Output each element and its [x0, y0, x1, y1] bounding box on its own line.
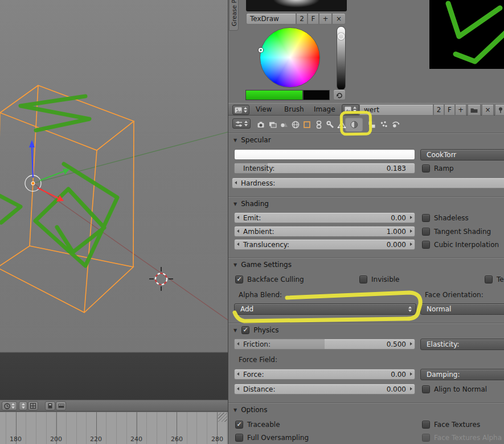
- shadeless-checkbox[interactable]: Shadeless: [422, 213, 469, 222]
- checkbox-label: Backface Culling: [247, 276, 304, 283]
- stepper-right-icon[interactable]: [410, 242, 412, 246]
- panel-header-shading[interactable]: ▼ Shading: [228, 196, 504, 211]
- tab-constraints[interactable]: [314, 120, 324, 130]
- ambient-field[interactable]: Ambient: 1.000: [234, 226, 415, 237]
- panel-header-game-settings[interactable]: ▼ Game Settings: [228, 257, 504, 272]
- menu-brush[interactable]: Brush: [284, 104, 304, 115]
- timeline-ruler[interactable]: 180 200 220 240 260 280: [0, 412, 228, 444]
- full-oversampling-checkbox[interactable]: Full Oversampling: [235, 433, 309, 442]
- invisible-checkbox[interactable]: Invisible: [359, 275, 400, 283]
- image-open-button[interactable]: [468, 104, 481, 116]
- checkbox-label: Shadeless: [434, 214, 469, 222]
- checkbox-box: ✓: [235, 276, 243, 283]
- blender-window: 180 200 220 240 260 280 Grease Pe TexDra…: [0, 0, 504, 444]
- viewport-scene: [0, 0, 228, 400]
- panel-header-options[interactable]: ▼ Options: [228, 402, 504, 417]
- traceable-checkbox[interactable]: ✓ Traceable: [235, 420, 280, 429]
- force-field-distance[interactable]: Distance: 0.000: [234, 384, 415, 394]
- brush-name-text: TexDraw: [250, 15, 279, 23]
- tangent-shading-checkbox[interactable]: Tangent Shading: [422, 227, 491, 236]
- cube-wireframe[interactable]: [0, 85, 134, 313]
- grease-pencil-region-tab[interactable]: Grease Pe: [229, 0, 239, 31]
- backface-culling-checkbox[interactable]: ✓ Backface Culling: [235, 275, 304, 283]
- image-users-button[interactable]: 2: [433, 104, 444, 116]
- stepper-left-icon[interactable]: [237, 229, 239, 233]
- stepper-right-icon[interactable]: [410, 229, 412, 233]
- editor-type-selector[interactable]: [232, 105, 249, 115]
- region-resize-grip[interactable]: [218, 413, 227, 422]
- brush-unlink-button[interactable]: ×: [332, 13, 346, 24]
- tab-physics[interactable]: [391, 120, 401, 130]
- physics-enable-checkbox[interactable]: ✓: [241, 326, 249, 334]
- intensity-slider[interactable]: Intensity: 0.183: [234, 163, 415, 174]
- panel-title: Game Settings: [241, 261, 292, 269]
- stepper-right-icon[interactable]: [410, 216, 412, 219]
- timeline-grid-button[interactable]: [28, 401, 38, 410]
- tab-particles[interactable]: [379, 120, 389, 130]
- checkbox-label: Tangent Shading: [434, 228, 491, 236]
- timeline-film-button[interactable]: [56, 401, 66, 410]
- refresh-button[interactable]: [333, 89, 346, 100]
- slider-label: Elasticity:: [427, 340, 459, 348]
- annotation-highlight-material-tab: [340, 111, 372, 136]
- hardness-slider[interactable]: Hardness:: [232, 178, 504, 188]
- text-checkbox[interactable]: Te: [485, 275, 504, 283]
- brush-fake-user-button[interactable]: F: [308, 13, 319, 24]
- align-to-normal-checkbox[interactable]: Align to Normal: [422, 385, 487, 393]
- timeline-pin-button[interactable]: [19, 401, 27, 410]
- image-fake-user-button[interactable]: F: [444, 104, 455, 116]
- brush-add-button[interactable]: +: [319, 13, 332, 24]
- face-textures-alpha-checkbox[interactable]: Face Textures Alpha: [422, 433, 502, 442]
- image-new-button[interactable]: +: [455, 104, 466, 116]
- chevron-updown-icon: [22, 403, 25, 409]
- face-orientation-label: Face Orientation:: [425, 291, 483, 299]
- friction-slider[interactable]: Friction: 0.500: [234, 339, 415, 350]
- menu-view[interactable]: View: [256, 104, 272, 115]
- tab-render[interactable]: [256, 120, 266, 130]
- elasticity-slider[interactable]: Elasticity:: [420, 339, 504, 350]
- emit-field[interactable]: Emit: 0.00: [234, 212, 415, 223]
- tab-modifiers[interactable]: [325, 120, 335, 130]
- panel-header-physics[interactable]: ▼ ✓ Physics: [228, 323, 504, 337]
- ramp-checkbox[interactable]: Ramp: [422, 164, 454, 172]
- damping-slider[interactable]: Damping:: [420, 369, 504, 380]
- tab-object[interactable]: [302, 120, 312, 130]
- force-field-force[interactable]: Force: 0.00: [234, 369, 415, 380]
- stepper-left-icon[interactable]: [237, 372, 239, 376]
- tab-scene[interactable]: [279, 120, 289, 130]
- timeline-editor-selector[interactable]: [2, 401, 17, 410]
- tab-world[interactable]: [290, 120, 301, 130]
- chevron-updown-icon: [244, 121, 248, 126]
- tab-render-layers[interactable]: [268, 120, 278, 130]
- cubic-interpolation-checkbox[interactable]: Cubic Interpolation: [422, 240, 499, 249]
- stepper-left-icon[interactable]: [237, 242, 239, 246]
- primary-color-swatch[interactable]: [245, 90, 303, 100]
- stepper-left-icon[interactable]: [235, 181, 237, 184]
- face-textures-checkbox[interactable]: Face Textures: [422, 420, 480, 429]
- force-field-label: Force Field:: [239, 356, 277, 364]
- alpha-blend-dropdown[interactable]: Add: [234, 303, 416, 315]
- stepper-left-icon[interactable]: [237, 387, 239, 390]
- properties-editor-selector[interactable]: [232, 118, 251, 129]
- brush-users-button[interactable]: 2: [296, 13, 308, 24]
- brush-name-field[interactable]: TexDraw: [246, 13, 296, 24]
- stepper-right-icon[interactable]: [410, 387, 412, 390]
- translucency-field[interactable]: Translucency: 0.000: [234, 239, 415, 250]
- stepper-right-icon[interactable]: [410, 342, 412, 346]
- stepper-right-icon[interactable]: [410, 372, 412, 376]
- physics-icon: [391, 120, 400, 129]
- 3d-viewport[interactable]: 180 200 220 240 260 280: [0, 0, 228, 444]
- specular-shader-dropdown[interactable]: CookTorr: [420, 149, 504, 161]
- face-orientation-dropdown[interactable]: Normal: [420, 303, 504, 315]
- stepper-left-icon[interactable]: [237, 216, 239, 219]
- specular-color-field[interactable]: [234, 149, 415, 160]
- checkbox-label: Ramp: [434, 165, 454, 172]
- dropdown-value: Normal: [427, 305, 451, 313]
- menu-image[interactable]: Image: [314, 104, 335, 115]
- timeline-marker-button[interactable]: [45, 401, 55, 410]
- image-pin-button[interactable]: [495, 104, 504, 116]
- color-wheel[interactable]: [260, 27, 320, 88]
- secondary-color-swatch[interactable]: [303, 90, 330, 100]
- stepper-left-icon[interactable]: [237, 342, 239, 346]
- image-unlink-button[interactable]: ×: [482, 104, 494, 116]
